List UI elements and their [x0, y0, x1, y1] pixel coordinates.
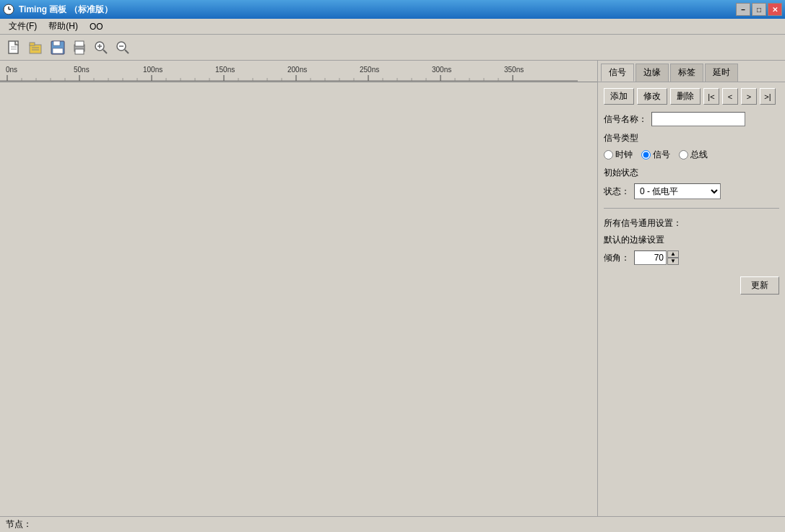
title-bar: Timing 画板 （标准版） – □ ✕: [0, 0, 785, 19]
edge-settings-header: 默认的边缘设置: [604, 234, 779, 246]
spinner-down[interactable]: ▼: [667, 258, 679, 265]
angle-label: 倾角：: [604, 252, 630, 264]
state-select[interactable]: 0 - 低电平 1 - 高电平 X - 未知 Z - 高阻: [634, 183, 721, 199]
next-button[interactable]: >: [741, 88, 757, 105]
waveform-panel: 0ns 50ns 100ns 150ns 200ns 250ns 300ns: [0, 61, 597, 516]
timeline-ruler: 0ns 50ns 100ns 150ns 200ns 250ns 300ns: [0, 61, 597, 82]
zoom-out-button[interactable]: [113, 38, 133, 58]
svg-text:50ns: 50ns: [74, 66, 90, 74]
panel-content: 添加 修改 删除 |< < > >| 信号名称： 信号类型 时钟: [598, 82, 785, 516]
last-button[interactable]: >|: [760, 88, 776, 105]
svg-rect-7: [30, 43, 35, 45]
zoom-in-button[interactable]: [91, 38, 111, 58]
tab-bar: 信号 边缘 标签 延时: [598, 61, 785, 82]
svg-rect-14: [75, 41, 84, 46]
close-button[interactable]: ✕: [768, 3, 782, 16]
add-button[interactable]: 添加: [604, 88, 634, 105]
svg-text:100ns: 100ns: [143, 66, 162, 74]
radio-signal[interactable]: 信号: [641, 149, 670, 161]
svg-rect-11: [53, 41, 60, 45]
restore-button[interactable]: □: [752, 3, 766, 16]
prev-button[interactable]: <: [722, 88, 738, 105]
divider-1: [604, 208, 779, 209]
spinner-up[interactable]: ▲: [667, 250, 679, 258]
ruler-svg: 0ns 50ns 100ns 150ns 200ns 250ns 300ns: [0, 61, 597, 82]
common-settings-header: 所有信号通用设置：: [604, 217, 779, 230]
new-icon: [6, 40, 22, 56]
signal-name-row: 信号名称：: [604, 112, 779, 126]
signal-type-radios: 时钟 信号 总线: [604, 149, 779, 161]
svg-line-22: [125, 50, 129, 53]
angle-spinner: ▲ ▼: [634, 250, 679, 265]
radio-clock[interactable]: 时钟: [604, 149, 633, 161]
svg-rect-6: [30, 45, 41, 53]
signal-name-label: 信号名称：: [604, 113, 647, 126]
menu-bar: 文件(F) 帮助(H) OO: [0, 19, 785, 35]
minimize-button[interactable]: –: [736, 3, 750, 16]
svg-rect-15: [75, 49, 84, 54]
new-button[interactable]: [4, 38, 25, 58]
status-text: 节点：: [6, 518, 32, 531]
first-button[interactable]: |<: [703, 88, 719, 105]
title-bar-controls: – □ ✕: [736, 3, 782, 16]
menu-help[interactable]: 帮助(H): [43, 19, 84, 34]
svg-text:250ns: 250ns: [360, 66, 379, 74]
toolbar: [0, 35, 785, 61]
svg-text:0ns: 0ns: [6, 66, 17, 74]
delete-button[interactable]: 删除: [670, 88, 701, 105]
signal-name-input[interactable]: [651, 112, 745, 126]
app-icon: [3, 4, 14, 15]
angle-input[interactable]: [634, 250, 667, 265]
menu-file[interactable]: 文件(F): [3, 19, 43, 34]
radio-bus[interactable]: 总线: [679, 149, 708, 161]
tab-signal[interactable]: 信号: [601, 64, 634, 82]
svg-line-19: [103, 50, 107, 53]
open-button[interactable]: [26, 38, 46, 58]
edit-button[interactable]: 修改: [637, 88, 667, 105]
open-icon: [28, 40, 44, 56]
tab-label[interactable]: 标签: [670, 64, 703, 82]
angle-row: 倾角： ▲ ▼: [604, 250, 779, 265]
tab-edge[interactable]: 边缘: [636, 64, 669, 82]
zoom-out-icon: [115, 40, 131, 56]
save-icon: [50, 40, 66, 56]
zoom-in-icon: [93, 40, 109, 56]
menu-oo[interactable]: OO: [84, 20, 109, 33]
update-button[interactable]: 更新: [740, 276, 779, 295]
print-icon: [71, 40, 87, 56]
spinner-buttons: ▲ ▼: [667, 250, 679, 265]
action-buttons: 添加 修改 删除 |< < > >|: [604, 88, 779, 105]
status-bar: 节点：: [0, 516, 785, 532]
signal-type-header: 信号类型: [604, 132, 779, 144]
window-title: Timing 画板 （标准版）: [19, 4, 113, 16]
tab-delay[interactable]: 延时: [705, 64, 738, 82]
svg-text:200ns: 200ns: [287, 66, 307, 74]
save-button[interactable]: [48, 38, 68, 58]
initial-state-header: 初始状态: [604, 167, 779, 179]
svg-text:350ns: 350ns: [504, 66, 524, 74]
title-bar-left: Timing 画板 （标准版）: [3, 4, 113, 16]
svg-text:300ns: 300ns: [432, 66, 451, 74]
main-area: 0ns 50ns 100ns 150ns 200ns 250ns 300ns: [0, 61, 785, 516]
right-panel: 信号 边缘 标签 延时 添加 修改 删除 |< < > >| 信号名称：: [597, 61, 785, 516]
svg-text:150ns: 150ns: [215, 66, 235, 74]
svg-rect-12: [53, 48, 63, 53]
print-button[interactable]: [69, 38, 90, 58]
state-row: 状态： 0 - 低电平 1 - 高电平 X - 未知 Z - 高阻: [604, 183, 779, 199]
state-label: 状态：: [604, 186, 630, 198]
